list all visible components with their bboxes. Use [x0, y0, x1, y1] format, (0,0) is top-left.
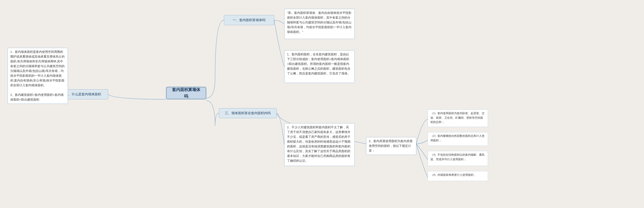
center-node: 套内面积算墙体吗	[166, 87, 206, 99]
level1-node-3: 三、墙体面积算在套内面积内吗	[219, 108, 277, 118]
sub-node-3: （3）不包括在结构面积以的套内烟囱、通风道、管道井均计入使用面积；	[428, 151, 488, 166]
content-node-4: 2、不少人对建筑面积和套内面积不太了解，买了房子却不清楚自己家到底有多大，这类事…	[284, 123, 355, 166]
level1-node-1: 一、套内面积算墙体吗	[224, 15, 274, 25]
content-node-1: "算。套内面积算墙体、套内自由墙体按水平投影面积全部计入套内墙体面积，其中各套之…	[284, 9, 355, 39]
mind-map: 套内面积算墙体吗 一、套内面积算墙体吗 二、什么是套内墙体面积 三、墙体面积算在…	[0, 0, 644, 208]
content-node-3: 1、套内墙体面积是套内使用空间周围的围护或承重墙体或其他承重支撑体所占的面积,有…	[8, 48, 68, 104]
content-node-5: 3、套内房屋使用面积为套内房屋使用空间的面积，按以下规定计算：	[366, 137, 416, 155]
sub-node-1: （1）套内使用面积为套内卧室、起居室、过道、厨房、卫生间、贮藏间、壁柜等空间面积…	[428, 109, 488, 127]
content-node-2: 1、套内面积面积，全名套内建筑面积，是由以下三部分组成的：套内使用面积+套内墙体…	[284, 50, 355, 83]
sub-node-4: （4）内墙面装饰厚度计入使用面积。	[428, 171, 488, 181]
sub-node-2: （2）套内楼梯按自然层数的面积总和计入使用面积；	[428, 132, 488, 146]
